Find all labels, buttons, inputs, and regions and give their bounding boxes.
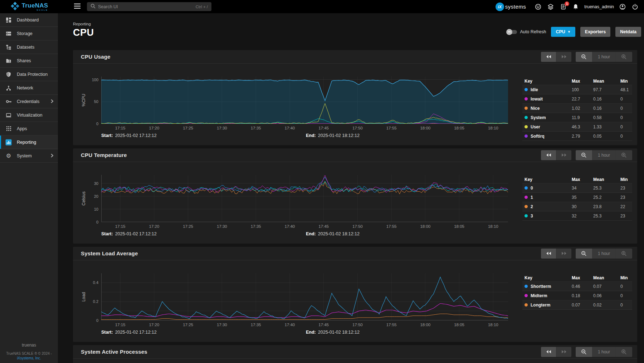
exporters-button[interactable]: Exporters (580, 27, 610, 37)
chart-title: CPU Temperature (81, 152, 127, 158)
ixsystems-logo[interactable]: iX systems (496, 3, 526, 11)
storage-icon (5, 31, 12, 36)
legend-color-dot (525, 97, 528, 100)
y-axis-label: Celsius (81, 191, 86, 205)
legend-color-dot (525, 196, 528, 199)
chart-step-back-button[interactable] (541, 347, 556, 357)
legend-color-dot (525, 214, 528, 217)
legend-color-dot (525, 303, 528, 306)
chart-zoom-out-button[interactable] (576, 150, 592, 160)
x-tick-label: 18:00 (420, 126, 430, 130)
sidebar-item-reporting[interactable]: Reporting (0, 136, 58, 149)
legend-header-row: KeyMaxMeanMin (522, 176, 632, 183)
chevron-right-icon (50, 153, 54, 159)
x-tick-label: 18:05 (454, 323, 464, 327)
legend-row-system[interactable]: System11.90.580 (522, 113, 632, 122)
chart-range-label: 1 hour (592, 249, 615, 259)
x-tick-label: 17:30 (217, 323, 227, 327)
notifications-bell-icon[interactable] (572, 3, 580, 11)
sidebar-item-virtualization[interactable]: Virtualization (0, 108, 58, 122)
legend-row-user[interactable]: User46.31.330 (522, 122, 632, 132)
sidebar-item-datasets[interactable]: Datasets (0, 40, 58, 54)
legend-color-dot (525, 107, 528, 110)
sidebar-item-apps[interactable]: Apps (0, 122, 58, 136)
ixsystems-logo-text: systems (505, 4, 526, 10)
chart-plot-area[interactable] (101, 175, 508, 222)
sidebar-item-dashboard[interactable]: Dashboard (0, 13, 58, 27)
chart-plot-area[interactable] (101, 77, 508, 124)
legend-color-dot (525, 285, 528, 288)
chart-step-back-button[interactable] (541, 249, 556, 259)
chart-legend: KeyMaxMeanMinIdle10097.748.1Iowait22.70.… (522, 77, 632, 141)
legend-row-longterm[interactable]: Longterm0.070.020 (522, 300, 632, 310)
chart-step-forward-button[interactable] (556, 249, 571, 259)
search-box[interactable]: Ctrl + / (87, 2, 211, 11)
legend-row-0[interactable]: 03425.323 (522, 183, 632, 193)
legend-row-midterm[interactable]: Midterm0.180.060 (522, 291, 632, 300)
chart-zoom-in-button[interactable] (616, 347, 632, 357)
sidebar-item-system[interactable]: ⚙ System (0, 149, 58, 163)
sidebar-item-data-protection[interactable]: Data Protection (0, 68, 58, 81)
search-shortcut: Ctrl + / (196, 5, 208, 9)
jobs-badge: 1 (565, 1, 569, 6)
dashboard-icon (5, 17, 12, 23)
apps-icon (5, 126, 12, 131)
chart-start-time: Start:2025-01-02 17:12:12 (101, 330, 157, 335)
chart-step-back-button[interactable] (541, 150, 556, 160)
chart-zoom-in-button[interactable] (616, 249, 632, 259)
search-input[interactable] (98, 4, 193, 9)
chart-step-forward-button[interactable] (556, 150, 571, 160)
feedback-smiley-icon[interactable] (534, 3, 542, 11)
menu-toggle-button[interactable] (73, 2, 82, 11)
sidebar-item-network[interactable]: Network (0, 81, 58, 95)
chevron-down-icon: ▼ (567, 30, 571, 34)
chart-title: CPU Usage (81, 54, 111, 60)
chart-zoom-in-button[interactable] (616, 52, 632, 62)
truecommand-layers-icon[interactable] (547, 3, 555, 11)
legend-color-dot (525, 116, 528, 119)
chart-plot-area[interactable] (101, 273, 508, 320)
report-category-dropdown[interactable]: CPU ▼ (551, 27, 575, 37)
truenas-logo[interactable]: TrueNAS SCALE (0, 1, 58, 12)
chart-zoom-out-button[interactable] (576, 52, 592, 62)
chart-step-forward-button[interactable] (556, 52, 571, 62)
chart-title: System Active Processes (81, 349, 147, 355)
chart-step-back-button[interactable] (541, 52, 556, 62)
chart-zoom-in-button[interactable] (616, 150, 632, 160)
sidebar-item-label: Virtualization (17, 113, 42, 118)
chart-card-system-active-processes: System Active Processes 1 hour (73, 345, 637, 363)
company-link[interactable]: iXsystems, Inc. (0, 356, 58, 360)
y-tick-label: 0 (84, 318, 98, 323)
chart-zoom-out-button[interactable] (576, 249, 592, 259)
chart-step-forward-button[interactable] (556, 347, 571, 357)
legend-row-idle[interactable]: Idle10097.748.1 (522, 85, 632, 94)
chart-zoom-out-button[interactable] (576, 347, 592, 357)
legend-row-softirq[interactable]: Softirq2.790.050 (522, 132, 632, 141)
legend-row-1[interactable]: 13525.223 (522, 193, 632, 202)
legend-row-iowait[interactable]: Iowait22.70.160 (522, 94, 632, 104)
sidebar-item-credentials[interactable]: Credentials (0, 95, 58, 108)
toggle-knob[interactable] (506, 29, 512, 35)
x-tick-label: 18:10 (488, 224, 498, 229)
legend-row-2[interactable]: 23023.822 (522, 202, 632, 211)
legend-row-shortterm[interactable]: Shortterm0.460.070 (522, 282, 632, 291)
x-tick-label: 17:45 (318, 126, 329, 130)
jobs-icon[interactable]: 1 (559, 3, 567, 11)
sidebar-item-shares[interactable]: Shares (0, 54, 58, 68)
gear-icon: ⚙ (5, 153, 12, 159)
x-tick-label: 17:15 (115, 126, 126, 130)
sidebar-item-storage[interactable]: Storage (0, 27, 58, 40)
sidebar-item-label: System (17, 153, 32, 158)
computer-icon (5, 112, 12, 118)
legend-row-nice[interactable]: Nice1.020.160 (522, 104, 632, 113)
toggle-track[interactable] (507, 30, 517, 34)
sidebar-item-label: Shares (17, 58, 31, 63)
user-avatar-icon[interactable] (619, 3, 626, 11)
chart-start-time: Start:2025-01-02 17:12:12 (101, 231, 157, 236)
netdata-button[interactable]: Netdata (615, 27, 641, 37)
breadcrumb[interactable]: Reporting (73, 22, 641, 26)
legend-row-3[interactable]: 33225.323 (522, 211, 632, 221)
auto-refresh-toggle[interactable]: Auto Refresh (507, 29, 546, 34)
legend-color-dot (525, 125, 528, 128)
power-icon[interactable] (631, 3, 639, 11)
